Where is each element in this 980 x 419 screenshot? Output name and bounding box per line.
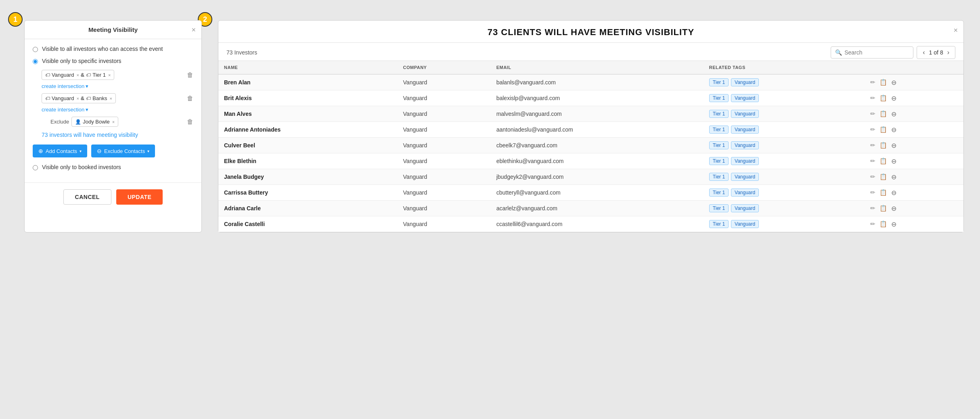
add-contacts-button[interactable]: ⊕ Add Contacts ▾ <box>33 145 87 157</box>
remove-button[interactable]: ⊖ <box>891 157 896 165</box>
create-intersection-1[interactable]: create intersection ▾ <box>42 82 193 93</box>
delete-row-1-button[interactable]: 🗑 <box>187 71 193 79</box>
remove-button[interactable]: ⊖ <box>891 205 896 212</box>
tag-badge: Vanguard <box>731 141 759 149</box>
edit-button[interactable]: ✏ <box>870 173 875 180</box>
details-button[interactable]: 📋 <box>879 126 887 133</box>
plus-icon: ⊕ <box>38 148 43 154</box>
investor-tags: Tier 1Vanguard <box>704 74 865 90</box>
tag-badge: Tier 1 <box>709 189 729 197</box>
exclude-contact-name: Jody Bowle <box>83 119 109 125</box>
row-actions-cell: ✏ 📋 ⊖ <box>865 169 963 185</box>
tag-row-1: 🏷 Vanguard × & 🏷 Tier 1 × 🗑 <box>42 70 193 80</box>
action-buttons: ⊕ Add Contacts ▾ ⊖ Exclude Contacts ▾ <box>33 145 193 157</box>
col-actions <box>865 61 963 74</box>
radio-label-1: Visible to all investors who can access … <box>42 46 163 52</box>
remove-button[interactable]: ⊖ <box>891 220 896 228</box>
exclude-contacts-button[interactable]: ⊖ Exclude Contacts ▾ <box>91 145 155 157</box>
edit-button[interactable]: ✏ <box>870 220 875 228</box>
create-intersection-link-2[interactable]: create intersection ▾ <box>42 107 88 113</box>
edit-button[interactable]: ✏ <box>870 205 875 212</box>
radio-booked-investors[interactable] <box>33 165 38 170</box>
row-actions: ✏ 📋 ⊖ <box>870 142 958 149</box>
tag-close-tier1[interactable]: × <box>108 73 111 78</box>
tag-badge: Vanguard <box>731 173 759 181</box>
edit-button[interactable]: ✏ <box>870 157 875 165</box>
details-button[interactable]: 📋 <box>879 157 887 165</box>
tag-badge: Tier 1 <box>709 110 729 118</box>
table-row: Janela BudgeyVanguardjbudgeyk2@vanguard.… <box>218 169 963 185</box>
details-button[interactable]: 📋 <box>879 94 887 102</box>
tag-close-vanguard-1[interactable]: × <box>76 73 79 78</box>
investor-name: Elke Blethin <box>218 153 398 169</box>
radio-all-investors[interactable] <box>33 47 38 52</box>
delete-exclude-row-button[interactable]: 🗑 <box>187 118 193 126</box>
table-row: Coralie CastelliVanguardccastellil6@vang… <box>218 216 963 232</box>
right-panel-close-button[interactable]: × <box>953 26 958 35</box>
tag-badge: Vanguard <box>731 126 759 134</box>
investor-tags: Tier 1Vanguard <box>704 106 865 122</box>
details-button[interactable]: 📋 <box>879 189 887 196</box>
remove-button[interactable]: ⊖ <box>891 79 896 86</box>
exclude-close-button[interactable]: × <box>112 119 115 124</box>
edit-button[interactable]: ✏ <box>870 79 875 86</box>
investor-email: aantoniadeslu@vanguard.com <box>491 122 704 138</box>
tag-badge: Tier 1 <box>709 157 729 165</box>
tag-icon-vanguard-2: 🏷 <box>45 96 50 101</box>
radio-specific-investors[interactable] <box>33 59 38 64</box>
left-panel-close-button[interactable]: × <box>191 26 196 34</box>
row-actions: ✏ 📋 ⊖ <box>870 157 958 165</box>
tag-badge: Tier 1 <box>709 220 729 228</box>
tag-close-banks[interactable]: × <box>109 96 112 101</box>
next-page-button[interactable]: › <box>945 48 952 57</box>
remove-button[interactable]: ⊖ <box>891 94 896 102</box>
details-button[interactable]: 📋 <box>879 205 887 212</box>
details-button[interactable]: 📋 <box>879 173 887 180</box>
details-button[interactable]: 📋 <box>879 110 887 117</box>
remove-button[interactable]: ⊖ <box>891 110 896 118</box>
tag-row-1-inner: 🏷 Vanguard × & 🏷 Tier 1 × <box>42 70 114 80</box>
exclude-contacts-chevron: ▾ <box>147 149 149 153</box>
connector-2: & <box>81 95 84 101</box>
row-actions-cell: ✏ 📋 ⊖ <box>865 122 963 138</box>
exclude-contacts-label: Exclude Contacts <box>104 148 145 154</box>
remove-button[interactable]: ⊖ <box>891 126 896 134</box>
tag-name-banks: Banks <box>92 95 107 101</box>
search-input[interactable] <box>844 49 909 56</box>
tag-vanguard-2: 🏷 Vanguard × <box>45 95 79 101</box>
tag-close-vanguard-2[interactable]: × <box>76 96 79 101</box>
edit-button[interactable]: ✏ <box>870 142 875 149</box>
create-intersection-2[interactable]: create intersection ▾ <box>42 106 193 117</box>
add-contacts-label: Add Contacts <box>46 148 77 154</box>
visibility-count[interactable]: 73 investors will have meeting visibilit… <box>42 132 193 138</box>
delete-row-2-button[interactable]: 🗑 <box>187 95 193 102</box>
details-button[interactable]: 📋 <box>879 220 887 228</box>
tag-row-2: 🏷 Vanguard × & 🏷 Banks × 🗑 <box>42 93 193 103</box>
prev-page-button[interactable]: ‹ <box>920 48 927 57</box>
investor-email: malveslm@vanguard.com <box>491 106 704 122</box>
minus-icon: ⊖ <box>97 148 102 154</box>
remove-button[interactable]: ⊖ <box>891 173 896 181</box>
investor-tags: Tier 1Vanguard <box>704 169 865 185</box>
edit-button[interactable]: ✏ <box>870 126 875 133</box>
details-button[interactable]: 📋 <box>879 79 887 86</box>
cancel-button[interactable]: CANCEL <box>63 189 111 205</box>
right-panel-title: 73 CLIENTS WILL HAVE MEETING VISIBILITY <box>488 27 694 38</box>
tag-badge: Tier 1 <box>709 126 729 134</box>
tag-icon-banks: 🏷 <box>86 96 91 101</box>
table-row: Bren AlanVanguardbalanls@vanguard.comTie… <box>218 74 963 90</box>
tag-icon-tier1-1: 🏷 <box>86 72 91 78</box>
edit-button[interactable]: ✏ <box>870 189 875 196</box>
row-actions-cell: ✏ 📋 ⊖ <box>865 106 963 122</box>
step-badge-1: 1 <box>8 12 23 27</box>
edit-button[interactable]: ✏ <box>870 94 875 102</box>
tag-badge: Vanguard <box>731 204 759 212</box>
remove-button[interactable]: ⊖ <box>891 142 896 149</box>
edit-button[interactable]: ✏ <box>870 110 875 117</box>
remove-button[interactable]: ⊖ <box>891 189 896 197</box>
row-actions: ✏ 📋 ⊖ <box>870 110 958 118</box>
investor-tags: Tier 1Vanguard <box>704 153 865 169</box>
update-button[interactable]: UPDATE <box>116 189 163 205</box>
details-button[interactable]: 📋 <box>879 142 887 149</box>
create-intersection-link-1[interactable]: create intersection ▾ <box>42 83 88 89</box>
